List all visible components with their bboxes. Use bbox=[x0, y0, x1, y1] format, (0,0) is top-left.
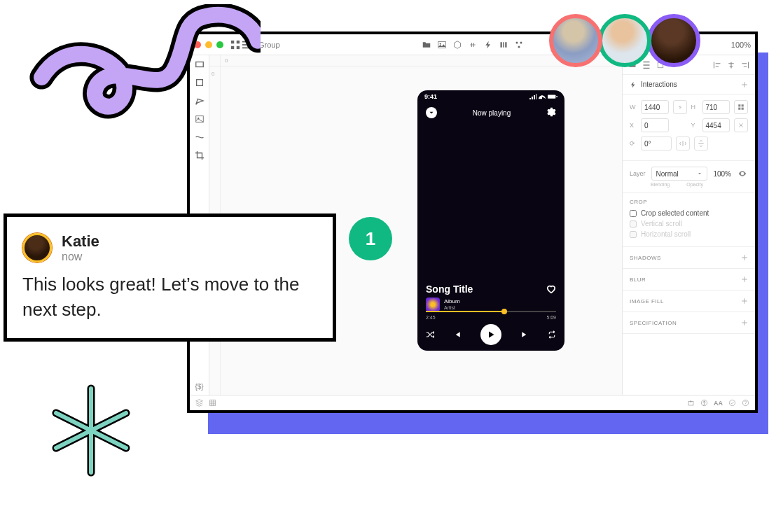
slider-icon[interactable] bbox=[469, 41, 477, 49]
repeat-icon[interactable] bbox=[548, 330, 556, 339]
collaborator-avatars bbox=[549, 14, 700, 67]
svg-point-29 bbox=[703, 400, 705, 402]
group-label: Group bbox=[258, 41, 280, 49]
svg-point-12 bbox=[515, 41, 518, 43]
image-tool-icon[interactable] bbox=[195, 114, 205, 124]
link-dims-icon[interactable] bbox=[673, 100, 687, 114]
frame-tool-icon[interactable] bbox=[195, 78, 205, 88]
svg-rect-3 bbox=[237, 46, 240, 48]
size-presets-icon[interactable] bbox=[734, 100, 748, 114]
lightning-icon[interactable] bbox=[484, 41, 492, 49]
maximize-icon[interactable] bbox=[216, 41, 223, 48]
grid-icon[interactable] bbox=[209, 399, 216, 407]
comment-card[interactable]: Katie now This looks great! Let’s move t… bbox=[4, 214, 336, 342]
titlebar-tools bbox=[422, 41, 523, 49]
width-input[interactable]: 1440 bbox=[641, 100, 669, 114]
song-title: Song Title bbox=[426, 284, 473, 295]
avatar-2[interactable] bbox=[598, 14, 651, 67]
distribute-icon[interactable] bbox=[499, 41, 508, 49]
plus-icon bbox=[741, 276, 748, 283]
crop-horizontal-checkbox: Horizontal scroll bbox=[630, 230, 748, 238]
image-fill-section[interactable]: IMAGE FILL bbox=[623, 290, 755, 312]
chevron-down-icon[interactable] bbox=[426, 107, 437, 118]
image-icon[interactable] bbox=[438, 41, 446, 49]
crop-section: CROP Crop selected content Vertical scro… bbox=[623, 193, 755, 247]
close-icon[interactable] bbox=[194, 41, 201, 48]
svg-rect-10 bbox=[503, 42, 504, 48]
flip-h-icon[interactable] bbox=[676, 136, 690, 150]
avatar-3[interactable] bbox=[647, 14, 700, 67]
svg-point-13 bbox=[520, 41, 522, 43]
export-icon[interactable] bbox=[687, 399, 695, 407]
prev-icon[interactable] bbox=[453, 330, 462, 339]
specification-section[interactable]: SPECIFICATION bbox=[623, 312, 755, 334]
hexagon-icon[interactable] bbox=[453, 41, 462, 49]
pen-tool-icon[interactable] bbox=[195, 96, 205, 106]
plus-icon[interactable] bbox=[741, 81, 748, 88]
step-badge: 1 bbox=[349, 217, 392, 260]
nodes-icon[interactable] bbox=[515, 41, 523, 49]
shuffle-icon[interactable] bbox=[426, 330, 434, 339]
align-left-icon[interactable] bbox=[713, 61, 721, 69]
signal-icon bbox=[529, 94, 536, 99]
crop-tool-icon[interactable] bbox=[195, 150, 205, 160]
blend-mode-select[interactable]: Normal bbox=[651, 167, 708, 181]
progress-bar[interactable]: 2:45 5:09 bbox=[426, 311, 556, 320]
comment-body: This looks great! Let’s move to the next… bbox=[22, 272, 317, 323]
layers-icon[interactable] bbox=[195, 399, 203, 407]
align-center-icon[interactable] bbox=[727, 61, 735, 69]
shadows-section[interactable]: SHADOWS bbox=[623, 247, 755, 269]
album-row: Album Artist bbox=[426, 298, 556, 312]
visibility-icon[interactable] bbox=[737, 168, 748, 179]
heart-icon[interactable] bbox=[546, 284, 556, 294]
next-icon[interactable] bbox=[520, 330, 529, 339]
help-icon[interactable] bbox=[742, 399, 749, 407]
y-label: Y bbox=[691, 122, 698, 129]
avatar-1[interactable] bbox=[549, 14, 602, 67]
flip-v-icon[interactable] bbox=[694, 136, 708, 150]
minimize-icon[interactable] bbox=[205, 41, 212, 48]
play-button[interactable] bbox=[480, 324, 501, 345]
gear-icon[interactable] bbox=[546, 107, 556, 118]
svg-rect-20 bbox=[556, 96, 557, 97]
plus-icon bbox=[741, 254, 748, 261]
folder-icon[interactable] bbox=[422, 41, 431, 49]
opacity-input[interactable]: 100% bbox=[713, 170, 731, 178]
rotate-input[interactable]: 0° bbox=[641, 136, 672, 150]
view-mode-toggle[interactable] bbox=[230, 40, 251, 50]
svg-rect-7 bbox=[438, 41, 445, 48]
player-controls bbox=[426, 324, 556, 345]
crop-selected-checkbox[interactable]: Crop selected content bbox=[630, 209, 748, 217]
rectangle-tool-icon[interactable] bbox=[195, 59, 205, 69]
blur-section[interactable]: BLUR bbox=[623, 269, 755, 290]
svg-rect-24 bbox=[742, 104, 744, 106]
aa-label[interactable]: AA bbox=[714, 400, 723, 407]
phone-mockup[interactable]: 9:41 Now playing Song Title bbox=[417, 90, 564, 351]
y-input[interactable]: 4454 bbox=[702, 118, 730, 132]
list-view-icon bbox=[242, 40, 251, 50]
code-token[interactable]: {$} bbox=[195, 383, 203, 395]
accessibility-icon[interactable] bbox=[700, 399, 708, 407]
height-input[interactable]: 710 bbox=[702, 100, 730, 114]
layer-label: Layer bbox=[630, 170, 646, 177]
svg-point-30 bbox=[729, 400, 735, 405]
interactions-section[interactable]: Interactions bbox=[623, 75, 755, 94]
phone-time: 9:41 bbox=[424, 93, 437, 100]
align-right-icon[interactable] bbox=[741, 61, 749, 69]
phone-signal-icons bbox=[529, 94, 557, 99]
time-elapsed: 2:45 bbox=[426, 315, 436, 320]
path-tool-icon[interactable] bbox=[195, 132, 205, 142]
anchor-icon[interactable] bbox=[734, 118, 748, 132]
svg-rect-23 bbox=[738, 104, 740, 106]
check-circle-icon[interactable] bbox=[728, 399, 736, 407]
phone-header: Now playing bbox=[417, 103, 564, 122]
plus-icon bbox=[741, 298, 748, 304]
traffic-lights bbox=[194, 41, 223, 48]
x-input[interactable]: 0 bbox=[641, 118, 669, 132]
album-art-thumb bbox=[426, 298, 440, 312]
svg-point-8 bbox=[439, 43, 441, 44]
time-total: 5:09 bbox=[546, 315, 556, 320]
w-label: W bbox=[630, 104, 637, 111]
zoom-level[interactable]: 100% bbox=[731, 41, 751, 49]
svg-rect-1 bbox=[237, 40, 240, 43]
